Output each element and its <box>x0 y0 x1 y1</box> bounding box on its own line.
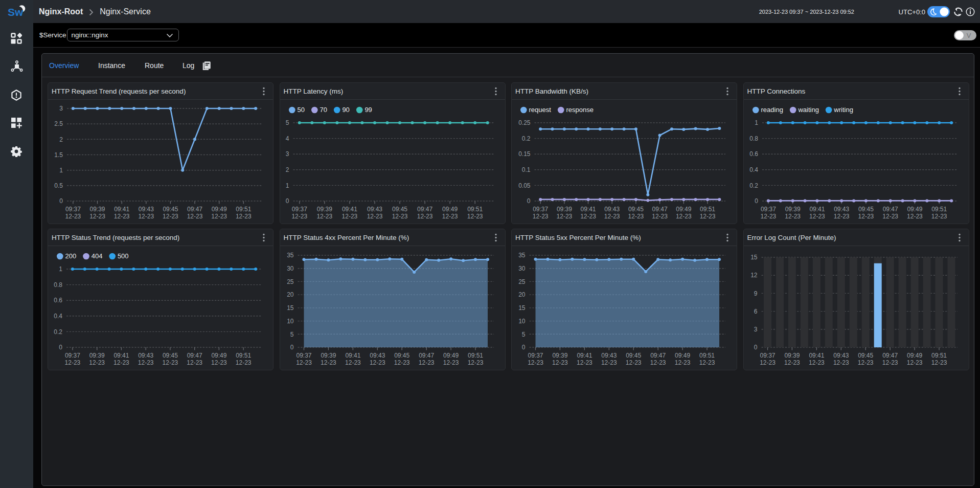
svg-text:12-23: 12-23 <box>138 359 154 366</box>
svg-text:12-23: 12-23 <box>760 359 776 366</box>
svg-text:12-23: 12-23 <box>467 359 483 366</box>
svg-text:09:47: 09:47 <box>882 206 898 213</box>
svg-text:09:37: 09:37 <box>528 352 543 359</box>
svg-text:0.25: 0.25 <box>518 119 531 126</box>
svg-text:30: 30 <box>287 265 294 272</box>
svg-text:12-23: 12-23 <box>211 213 227 220</box>
svg-text:12-23: 12-23 <box>577 359 592 366</box>
svg-text:waiting: waiting <box>797 106 818 114</box>
svg-text:09:37: 09:37 <box>533 206 548 213</box>
svg-text:12-23: 12-23 <box>858 213 874 220</box>
svg-text:12-23: 12-23 <box>580 213 596 220</box>
svg-text:0: 0 <box>755 197 758 205</box>
svg-text:12-23: 12-23 <box>676 213 692 220</box>
svg-text:3: 3 <box>285 150 289 158</box>
svg-text:12-23: 12-23 <box>113 359 129 366</box>
svg-text:50: 50 <box>297 106 304 114</box>
svg-text:12-23: 12-23 <box>931 359 947 366</box>
svg-text:12-23: 12-23 <box>833 213 849 220</box>
svg-text:12-23: 12-23 <box>882 213 898 220</box>
svg-text:09:47: 09:47 <box>417 206 432 213</box>
svg-text:09:43: 09:43 <box>367 206 382 213</box>
svg-text:12-23: 12-23 <box>114 213 130 220</box>
svg-text:reading: reading <box>761 106 783 114</box>
svg-text:12-23: 12-23 <box>467 213 483 220</box>
svg-text:2: 2 <box>59 136 63 143</box>
svg-text:09:37: 09:37 <box>760 352 775 359</box>
svg-text:12-23: 12-23 <box>785 213 801 220</box>
svg-text:0.15: 0.15 <box>518 150 531 158</box>
svg-text:09:41: 09:41 <box>113 352 129 359</box>
svg-text:0.8: 0.8 <box>54 281 62 289</box>
svg-text:12-23: 12-23 <box>760 213 776 220</box>
svg-text:0.2: 0.2 <box>749 182 758 189</box>
svg-text:09:45: 09:45 <box>858 206 873 213</box>
svg-text:09:41: 09:41 <box>580 206 596 213</box>
svg-text:35: 35 <box>287 252 294 259</box>
svg-text:1: 1 <box>755 119 758 126</box>
svg-text:0.8: 0.8 <box>749 135 758 142</box>
svg-text:12-23: 12-23 <box>833 359 849 366</box>
svg-text:09:47: 09:47 <box>187 206 202 213</box>
svg-text:12-23: 12-23 <box>650 359 666 366</box>
svg-text:0.4: 0.4 <box>54 313 62 320</box>
svg-text:0: 0 <box>285 197 289 205</box>
svg-text:09:41: 09:41 <box>809 352 824 359</box>
svg-text:12-23: 12-23 <box>392 213 407 220</box>
svg-text:0: 0 <box>59 197 63 205</box>
svg-text:99: 99 <box>364 106 372 114</box>
svg-text:1: 1 <box>285 182 289 189</box>
svg-text:12-23: 12-23 <box>291 213 307 220</box>
svg-text:request: request <box>529 106 552 114</box>
svg-text:09:37: 09:37 <box>296 352 311 359</box>
svg-text:12-23: 12-23 <box>699 359 715 366</box>
svg-text:09:43: 09:43 <box>139 206 154 213</box>
svg-text:12-23: 12-23 <box>236 213 252 220</box>
svg-text:1: 1 <box>59 265 62 273</box>
svg-text:09:37: 09:37 <box>760 206 776 213</box>
svg-text:2: 2 <box>285 166 289 173</box>
svg-text:25: 25 <box>518 278 526 285</box>
svg-text:09:45: 09:45 <box>858 352 873 359</box>
svg-text:12-23: 12-23 <box>89 359 105 366</box>
svg-text:10: 10 <box>287 318 294 325</box>
svg-text:12-23: 12-23 <box>236 359 252 366</box>
svg-text:12-23: 12-23 <box>626 359 642 366</box>
svg-text:09:39: 09:39 <box>557 206 572 213</box>
svg-text:09:39: 09:39 <box>321 352 336 359</box>
svg-text:0: 0 <box>522 344 526 351</box>
svg-text:70: 70 <box>320 106 327 114</box>
svg-text:09:49: 09:49 <box>676 206 691 213</box>
svg-text:V: V <box>967 32 971 39</box>
svg-text:09:37: 09:37 <box>65 206 81 213</box>
svg-text:response: response <box>566 106 593 114</box>
svg-text:Sw: Sw <box>8 6 24 18</box>
svg-text:12-23: 12-23 <box>604 213 620 220</box>
svg-text:12-23: 12-23 <box>321 359 336 366</box>
svg-text:12-23: 12-23 <box>533 213 549 220</box>
svg-text:09:39: 09:39 <box>89 352 105 359</box>
svg-text:0.2: 0.2 <box>522 135 531 142</box>
svg-text:12-23: 12-23 <box>784 359 800 366</box>
svg-text:1: 1 <box>59 167 63 174</box>
svg-text:12-23: 12-23 <box>296 359 312 366</box>
svg-text:20: 20 <box>287 291 294 298</box>
svg-text:09:51: 09:51 <box>931 206 947 213</box>
svg-text:0.1: 0.1 <box>522 166 531 173</box>
svg-text:12-23: 12-23 <box>601 359 617 366</box>
svg-text:09:43: 09:43 <box>834 206 849 213</box>
svg-text:09:49: 09:49 <box>211 352 226 359</box>
svg-text:12-23: 12-23 <box>418 359 434 366</box>
svg-text:12: 12 <box>750 272 758 279</box>
svg-text:09:51: 09:51 <box>699 352 715 359</box>
svg-text:12-23: 12-23 <box>809 359 825 366</box>
svg-text:3: 3 <box>59 105 63 112</box>
svg-text:09:45: 09:45 <box>163 352 178 359</box>
svg-text:09:47: 09:47 <box>187 352 202 359</box>
svg-text:09:51: 09:51 <box>236 206 251 213</box>
svg-text:12-23: 12-23 <box>345 359 361 366</box>
svg-text:writing: writing <box>833 106 853 114</box>
svg-text:35: 35 <box>518 252 526 259</box>
svg-text:09:45: 09:45 <box>394 352 409 359</box>
svg-text:12-23: 12-23 <box>65 359 81 366</box>
